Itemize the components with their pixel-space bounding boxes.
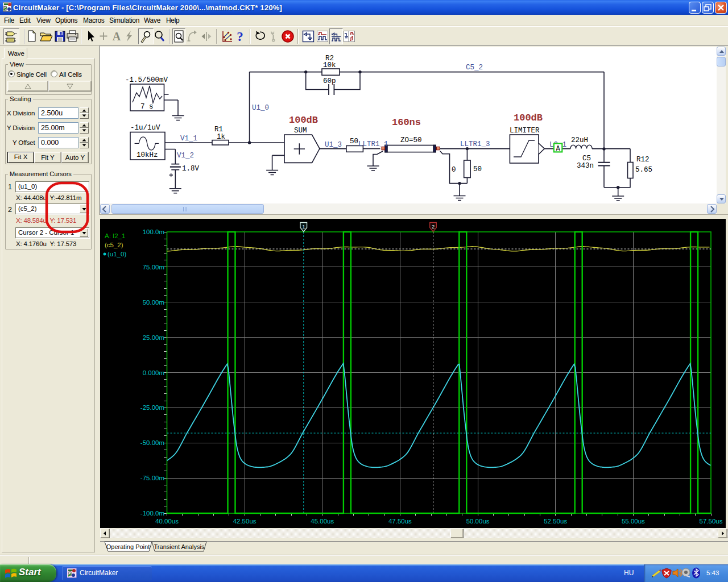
svg-text:C5_2: C5_2 <box>466 64 483 72</box>
svg-text:55.00us: 55.00us <box>622 518 645 525</box>
svg-text:(u1_0): (u1_0) <box>107 251 126 257</box>
svg-text:SUM: SUM <box>294 127 307 135</box>
svg-text:-100.0m: -100.0m <box>140 510 164 517</box>
svg-text:75.00m: 75.00m <box>143 264 164 271</box>
svg-text:100dB: 100dB <box>514 113 543 123</box>
svg-text:U1_3: U1_3 <box>325 141 342 149</box>
svg-text:60p: 60p <box>323 77 336 85</box>
svg-text:50: 50 <box>473 165 482 173</box>
svg-text:10k: 10k <box>323 61 336 69</box>
svg-text:ZO=50: ZO=50 <box>400 136 422 144</box>
svg-text:25.00m: 25.00m <box>143 334 164 341</box>
svg-text:22uH: 22uH <box>571 136 588 144</box>
svg-text:1k: 1k <box>217 133 225 141</box>
svg-text:C5: C5 <box>582 155 591 163</box>
svg-text:45.00us: 45.00us <box>311 518 334 525</box>
svg-text:R12: R12 <box>636 156 650 164</box>
svg-text:52.50us: 52.50us <box>544 518 567 525</box>
svg-text:10kHz: 10kHz <box>136 151 158 159</box>
svg-text:LLTR1_3: LLTR1_3 <box>460 140 490 148</box>
svg-text:47.50us: 47.50us <box>388 518 412 525</box>
svg-text:1.8V: 1.8V <box>182 165 200 173</box>
svg-text:U1_0: U1_0 <box>252 104 269 112</box>
svg-text:-75.00m: -75.00m <box>140 475 164 481</box>
svg-text:0: 0 <box>452 166 456 174</box>
svg-text:R1: R1 <box>214 126 223 134</box>
svg-text:42.50us: 42.50us <box>233 518 257 525</box>
svg-text:50.00us: 50.00us <box>466 518 490 525</box>
svg-text:A: A <box>556 145 560 153</box>
svg-text:2: 2 <box>432 223 435 230</box>
svg-text:A: A <box>113 30 121 43</box>
svg-text:100dB: 100dB <box>289 115 318 126</box>
svg-text:V1_2: V1_2 <box>177 152 194 160</box>
svg-text:160ns: 160ns <box>392 117 421 128</box>
svg-text:57.50us: 57.50us <box>700 518 723 525</box>
svg-text:V1_1: V1_1 <box>180 135 197 143</box>
svg-text:-25.00m: -25.00m <box>140 404 164 411</box>
svg-text:7 s: 7 s <box>140 103 154 111</box>
svg-text:50.00m: 50.00m <box>143 299 164 306</box>
svg-text:Operating Point: Operating Point <box>106 543 150 550</box>
svg-text:50: 50 <box>350 138 358 146</box>
svg-text:(c5_2): (c5_2) <box>105 242 123 248</box>
svg-text:LIMITER: LIMITER <box>510 127 540 135</box>
svg-text:100.0m: 100.0m <box>143 228 164 235</box>
svg-text:A: I2_1: A: I2_1 <box>105 232 125 239</box>
svg-text:40.00us: 40.00us <box>155 518 179 525</box>
svg-text:1: 1 <box>302 223 305 230</box>
svg-text:-50.00m: -50.00m <box>140 439 164 446</box>
svg-text:Transient Analysis: Transient Analysis <box>154 543 205 550</box>
svg-text:0.000m: 0.000m <box>143 369 164 376</box>
svg-text:?: ? <box>237 30 243 44</box>
svg-text:-1.5/500mV: -1.5/500mV <box>125 76 168 84</box>
svg-text:343n: 343n <box>577 162 594 170</box>
svg-text:5.65: 5.65 <box>635 166 652 174</box>
svg-text:-1u/1uV: -1u/1uV <box>130 124 160 132</box>
